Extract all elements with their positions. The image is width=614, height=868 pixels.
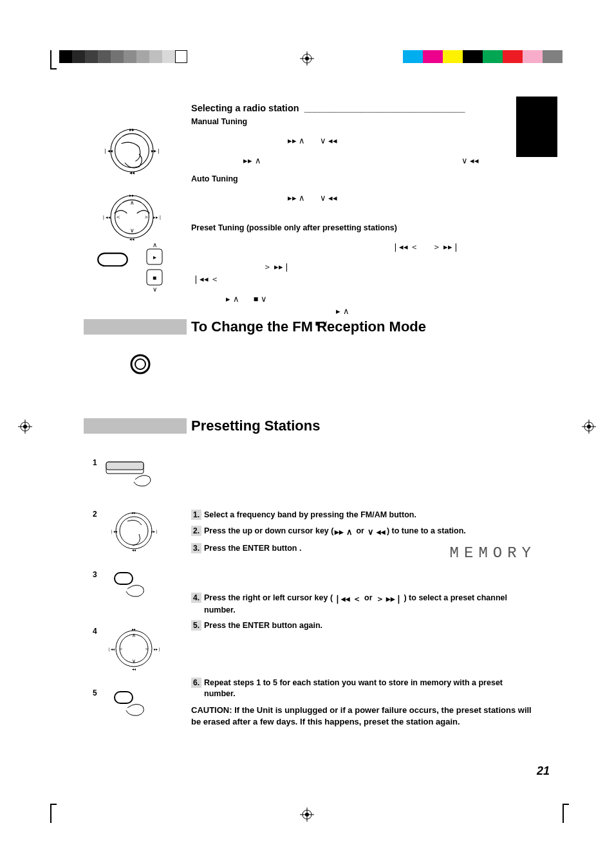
text: Holding down: [191, 155, 242, 164]
step-text: Press the ENTER button again.: [204, 621, 322, 630]
step-text: Press the ENTER button .: [204, 544, 301, 553]
svg-text:∨: ∨: [130, 227, 135, 234]
text: or: [243, 293, 252, 302]
ff-up-icon: ▸▸ ∧: [288, 136, 305, 147]
step-text: Press the up or down cursor key (▸▸ ∧ or…: [204, 526, 466, 535]
ff-up-icon: ▸▸ ∧: [288, 193, 305, 204]
heading-selecting: Selecting a radio station ______________…: [191, 103, 536, 113]
body-text: Pressing the cursor keys ( ▸▸ ∧ or ∨ ◂◂ …: [191, 134, 536, 147]
text: Selecting a radio station: [191, 103, 299, 113]
svg-text:＞: ＞: [144, 646, 149, 652]
registration-mark-icon: [18, 420, 32, 434]
heading-auto-tuning: Auto Tuning: [191, 174, 536, 183]
registration-mark-icon: [582, 420, 596, 434]
step-2: 2. Press the up or down cursor key (▸▸ ∧…: [191, 526, 536, 538]
step-1: 1. Select a frequency band by pressing t…: [191, 510, 536, 521]
display-memory: MEMORY: [450, 543, 536, 564]
svg-text:▸▸❘: ▸▸❘: [151, 148, 161, 154]
step-5: 5. Press the ENTER button again.: [191, 620, 536, 631]
text: ) briefly changes the frequency by: [341, 135, 462, 144]
text: ) is pressed the preset number changes: [223, 273, 364, 282]
prev-left-icon: ❘◂◂ ＜: [392, 242, 418, 253]
step-text: Press the right or left cursor key (❘◂◂ …: [204, 593, 507, 614]
svg-text:▸▸❘: ▸▸❘: [153, 215, 162, 220]
text: Each time the key (: [191, 261, 262, 270]
step-number: 3.: [191, 543, 201, 553]
svg-text:∨: ∨: [132, 658, 136, 664]
ff-up-icon: ▸▸ ∧: [335, 527, 352, 538]
text: ) to tune to a station.: [387, 526, 466, 535]
step-3: 3. Press the ENTER button . MEMORY: [191, 543, 536, 554]
rule-line: _______________________________: [304, 103, 465, 113]
svg-rect-45: [115, 573, 133, 584]
svg-text:◂◂: ◂◂: [129, 170, 135, 176]
svg-text:＞: ＞: [144, 214, 149, 220]
step-number: 1.: [191, 510, 201, 520]
illustration-enter-button: [109, 569, 154, 602]
bottom-print-marks: [0, 804, 614, 823]
step-label: 5: [93, 688, 97, 697]
prev-left-icon: ❘◂◂ ＜: [192, 274, 219, 285]
svg-rect-56: [115, 692, 133, 703]
svg-point-36: [135, 359, 145, 369]
svg-point-35: [131, 355, 149, 373]
step-number: 6.: [191, 678, 201, 688]
illustration-fm-am-button: [103, 457, 161, 489]
text: or: [422, 241, 432, 250]
svg-text:▸: ▸: [153, 254, 156, 261]
text: Press the up or down cursor key (: [204, 526, 333, 535]
illustration-tuning-dial: ▸▸ ◂◂ ❘◂◂ ▸▸❘: [102, 505, 166, 557]
illustration-tuning-dial: ∧ ∨ ＜ ＞ ▸▸ ◂◂ ❘◂◂ ▸▸❘: [102, 623, 166, 674]
svg-text:❘◂◂: ❘◂◂: [107, 647, 115, 652]
svg-text:＜: ＜: [118, 646, 124, 652]
heading-presetting: Presetting Stations: [191, 418, 320, 434]
next-right-icon: ＞ ▸▸❘: [376, 594, 402, 605]
step-label: 3: [93, 570, 97, 579]
next-right-icon: ＞ ▸▸❘: [263, 262, 290, 273]
grayscale-strip: [59, 50, 188, 63]
text: or: [293, 261, 301, 270]
text: keys on: [463, 241, 490, 250]
text: Select the desired preset station using …: [191, 241, 343, 250]
page-number: 21: [537, 764, 550, 778]
svg-text:■: ■: [153, 274, 156, 281]
svg-text:▸▸❘: ▸▸❘: [154, 647, 161, 652]
svg-text:∧: ∧: [132, 633, 136, 638]
text: Pressing the cursor keys (: [191, 135, 284, 144]
heading-fm-mode: To Change the FM Reception Mode: [191, 319, 426, 335]
step-text: Repeat steps 1 to 5 for each station you…: [204, 678, 503, 698]
crop-mark-icon: [557, 804, 569, 823]
selecting-station-section: Selecting a radio station ______________…: [191, 103, 536, 337]
step-number: 4.: [191, 593, 201, 603]
svg-rect-38: [106, 462, 144, 470]
text: on the Remote Control changes the preset…: [270, 293, 427, 302]
svg-point-12: [111, 129, 153, 172]
step-text: Select a frequency band by pressing the …: [204, 510, 416, 519]
svg-text:▸▸: ▸▸: [129, 193, 135, 198]
text: or: [309, 135, 319, 144]
text: Pressing the cursor keys (: [191, 192, 284, 201]
svg-text:◂◂: ◂◂: [132, 667, 136, 671]
play-up-icon: ▸ ∧: [226, 294, 239, 305]
step-number: 2.: [191, 526, 201, 536]
section-banner: [84, 319, 187, 335]
step-4: 4. Press the right or left cursor key (❘…: [191, 593, 536, 616]
illustration-remote-play-stop: ∧ ▸ ■ ∨: [142, 241, 167, 293]
steps-block: 1. Select a frequency band by pressing t…: [191, 504, 536, 735]
section-banner: [84, 418, 187, 434]
svg-text:❘◂◂: ❘◂◂: [102, 215, 111, 220]
step-number: 5.: [191, 620, 201, 631]
body-text: Pressing the cursor keys ( ▸▸ ∧ or ∨ ◂◂ …: [191, 192, 536, 204]
svg-point-13: [115, 134, 149, 168]
text: or: [362, 593, 375, 602]
illustration-tuning-dial: ∧ ∨ ＜ ＞ ▸▸ ◂◂ ❘◂◂ ▸▸❘: [97, 189, 167, 245]
page: ▸▸ ◂◂ ❘◂◂ ▸▸❘ ∧ ∨ ＜ ＞ ▸▸ ◂◂ ❘◂◂ ▸▸❘: [0, 0, 614, 868]
illustration-button: [97, 248, 129, 269]
rw-down-icon: ∨ ◂◂: [367, 527, 385, 538]
prev-left-icon: ❘◂◂ ＜: [334, 594, 360, 605]
play-up-icon: ▸ ∧: [336, 306, 349, 317]
svg-text:▸▸: ▸▸: [132, 627, 136, 631]
illustration-tuning-dial: ▸▸ ◂◂ ❘◂◂ ▸▸❘: [97, 122, 167, 179]
step-label: 1: [93, 458, 97, 467]
svg-text:◂◂: ◂◂: [132, 548, 136, 552]
